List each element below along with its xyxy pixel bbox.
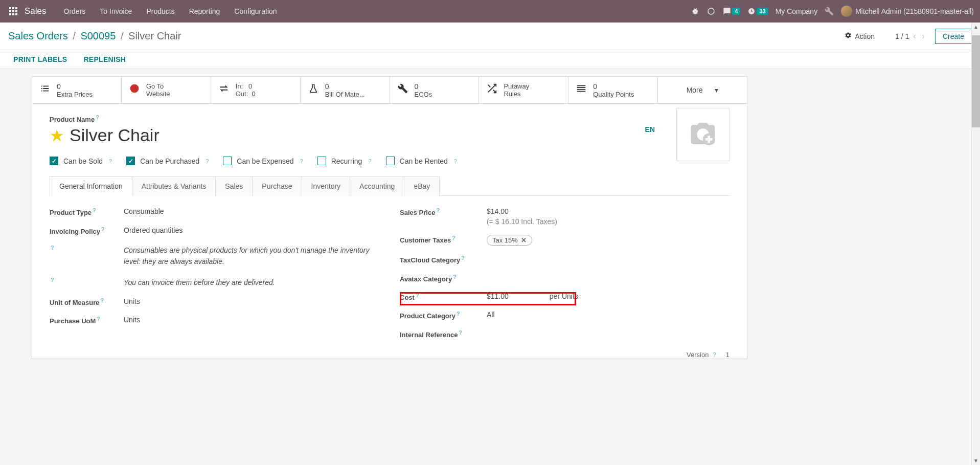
shuffle-icon <box>485 83 498 97</box>
can-be-purchased-checkbox[interactable] <box>126 157 135 165</box>
apps-icon[interactable] <box>6 4 20 18</box>
help-icon[interactable]: ? <box>452 235 455 241</box>
replenish-button[interactable]: REPLENISH <box>83 55 126 63</box>
discuss-badge: 4 <box>732 8 740 15</box>
tools-icon[interactable] <box>825 7 834 16</box>
help-icon[interactable]: ? <box>51 245 54 251</box>
breadcrumb-mid[interactable]: S00095 <box>80 30 116 41</box>
tab-sales[interactable]: Sales <box>215 176 253 196</box>
pager-text: 1 / 1 <box>895 32 909 40</box>
bars-icon <box>575 83 588 97</box>
help-icon[interactable]: ? <box>713 351 716 358</box>
wrench-icon <box>396 83 409 97</box>
pager-prev[interactable]: ‹ <box>911 32 918 41</box>
print-labels-button[interactable]: PRINT LABELS <box>13 55 67 63</box>
left-column: Product Type?Consumable Invoicing Policy… <box>50 207 379 341</box>
cost-value[interactable]: $11.00 <box>487 292 509 300</box>
cost-label: Cost <box>400 294 415 301</box>
menu-configuration[interactable]: Configuration <box>227 0 284 23</box>
uom-value[interactable]: Units <box>124 297 379 305</box>
stat-inout[interactable]: In: 0 Out: 0 <box>211 77 301 103</box>
stat-website[interactable]: Go ToWebsite <box>122 77 211 103</box>
stat-putaway[interactable]: PutawayRules <box>479 77 568 103</box>
bug-icon[interactable] <box>691 7 699 15</box>
tab-inventory[interactable]: Inventory <box>302 176 351 196</box>
svg-point-9 <box>708 8 714 14</box>
user-menu[interactable]: Mitchell Admin (21580901-master-all) <box>841 6 974 17</box>
activities-badge: 33 <box>757 8 768 15</box>
purchase-uom-value[interactable]: Units <box>124 316 379 324</box>
main-menu: Orders To Invoice Products Reporting Con… <box>57 0 284 23</box>
stat-extra-prices[interactable]: 0Extra Prices <box>32 77 122 103</box>
favorite-star-icon[interactable]: ★ <box>50 126 64 145</box>
sales-price-value[interactable]: $14.00 <box>487 207 509 215</box>
create-button[interactable]: Create <box>935 29 972 44</box>
help-icon[interactable]: ? <box>51 277 54 283</box>
help-icon[interactable]: ? <box>101 297 104 303</box>
help-icon[interactable]: ? <box>101 226 105 232</box>
breadcrumb-root[interactable]: Sales Orders <box>8 30 68 41</box>
tab-general-info[interactable]: General Information <box>50 176 132 196</box>
form-sheet: 0Extra Prices Go ToWebsite In: 0 Out: 0 <box>32 76 747 359</box>
menu-to-invoice[interactable]: To Invoice <box>93 0 139 23</box>
company-switcher[interactable]: My Company <box>776 7 817 15</box>
help-icon[interactable]: ? <box>453 274 457 280</box>
menu-orders[interactable]: Orders <box>57 0 93 23</box>
action-menu[interactable]: Action <box>845 32 875 40</box>
help-icon[interactable]: ? <box>436 207 440 213</box>
svg-rect-8 <box>15 13 17 15</box>
menu-products[interactable]: Products <box>139 0 181 23</box>
help-icon[interactable]: ? <box>459 329 462 336</box>
help-icon[interactable]: ? <box>368 158 371 164</box>
vertical-scrollbar[interactable]: ▲ ▼ <box>971 23 980 359</box>
stat-quality[interactable]: 0Quality Points <box>568 77 658 103</box>
stat-ecos[interactable]: 0ECOs <box>390 77 480 103</box>
recurring-checkbox[interactable] <box>317 157 326 165</box>
pager-next[interactable]: › <box>920 32 927 41</box>
language-badge[interactable]: EN <box>645 125 655 134</box>
menu-reporting[interactable]: Reporting <box>182 0 227 23</box>
can-be-rented-checkbox[interactable] <box>386 157 395 165</box>
tax-tag[interactable]: Tax 15%✕ <box>487 235 532 246</box>
action-bar: PRINT LABELS REPLENISH <box>0 50 980 69</box>
tab-ebay[interactable]: eBay <box>404 176 440 196</box>
invoicing-policy-value[interactable]: Ordered quantities <box>124 226 379 234</box>
product-name[interactable]: Silver Chair <box>70 125 159 145</box>
purchase-uom-label: Purchase UoM <box>50 318 96 325</box>
discuss-icon[interactable]: 4 <box>723 7 740 15</box>
svg-rect-13 <box>577 87 586 88</box>
help-icon[interactable]: ? <box>206 158 209 164</box>
help-icon[interactable]: ? <box>416 292 419 298</box>
stat-more[interactable]: More ▾ <box>658 77 747 103</box>
product-category-value[interactable]: All <box>487 311 730 319</box>
can-be-sold-checkbox[interactable] <box>50 157 58 165</box>
help-icon[interactable]: ? <box>461 255 465 261</box>
caret-down-icon: ▾ <box>715 86 718 94</box>
product-type-label: Product Type <box>50 209 92 217</box>
customer-taxes-label: Customer Taxes <box>400 237 451 245</box>
help-icon[interactable]: ? <box>109 158 112 164</box>
support-icon[interactable] <box>706 7 716 16</box>
help-icon[interactable]: ? <box>454 158 457 164</box>
help-icon[interactable]: ? <box>300 158 303 164</box>
help-icon[interactable]: ? <box>97 316 100 322</box>
tab-purchase[interactable]: Purchase <box>252 176 302 196</box>
activities-icon[interactable]: 33 <box>747 7 768 15</box>
avatar <box>841 6 852 17</box>
help-icon[interactable]: ? <box>457 311 460 317</box>
app-brand[interactable]: Sales <box>25 6 47 16</box>
tab-attributes[interactable]: Attributes & Variants <box>132 176 216 196</box>
invoicing-policy-label: Invoicing Policy <box>50 228 100 235</box>
stat-bom[interactable]: 0Bill Of Mate... <box>301 77 390 103</box>
remove-tag-icon[interactable]: ✕ <box>521 236 527 244</box>
list-icon <box>38 83 52 97</box>
product-image-upload[interactable] <box>676 108 730 161</box>
help-icon[interactable]: ? <box>96 114 99 120</box>
help-icon[interactable]: ? <box>93 207 96 213</box>
form-body: Product Name? ★ Silver Chair EN Can be S… <box>32 104 747 351</box>
can-be-expensed-checkbox[interactable] <box>223 157 232 165</box>
svg-point-11 <box>130 84 139 93</box>
product-type-value[interactable]: Consumable <box>124 207 379 215</box>
tab-accounting[interactable]: Accounting <box>350 176 404 196</box>
can-be-rented-label: Can be Rented <box>400 157 448 165</box>
